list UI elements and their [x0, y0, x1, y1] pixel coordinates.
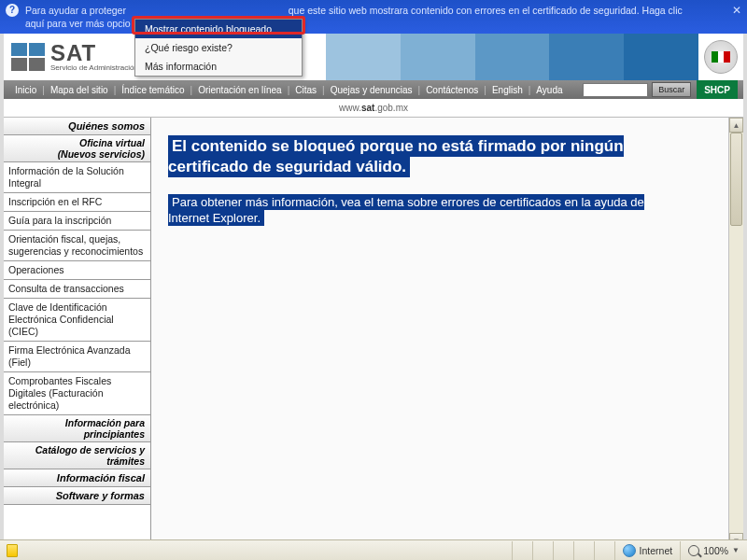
security-zone[interactable]: Internet	[614, 541, 681, 560]
scroll-thumb[interactable]	[730, 133, 742, 226]
nav-english[interactable]: English	[486, 85, 529, 95]
sidebar-item[interactable]: Consulta de transacciones	[4, 280, 150, 299]
nav-orientacion[interactable]: Orientación en línea	[192, 85, 288, 95]
flag-icon	[4, 543, 21, 558]
sidebar-item[interactable]: Operaciones	[4, 261, 150, 280]
blocked-content-body: Para obtener más información, vea el tem…	[168, 194, 644, 226]
sidebar-item[interactable]: Clave de Identificación Electrónica Conf…	[4, 299, 150, 342]
ctx-what-risk[interactable]: ¿Qué riesgo existe?	[135, 38, 302, 57]
nav-quejas[interactable]: Quejas y denuncias	[325, 85, 418, 95]
sidebar-sub-oficina[interactable]: Oficina virtual(Nuevos servicios)	[4, 135, 150, 162]
security-info-bar[interactable]: ? Para ayudar a proteger xxxxxxxxxxxxxxx…	[0, 0, 747, 34]
main-area: Quiénes somos Oficina virtual(Nuevos ser…	[4, 118, 743, 548]
info-text-1a: Para ayudar a proteger	[25, 5, 126, 16]
shcp-tab[interactable]: SHCP	[697, 80, 738, 99]
ctx-show-blocked[interactable]: Mostrar contenido bloqueado	[135, 20, 302, 38]
blocked-content-title: El contenido se bloqueó porque no está f…	[168, 135, 624, 177]
scroll-up-icon[interactable]: ▲	[729, 118, 743, 133]
info-text-1b: que este sitio web mostrara contenido co…	[289, 5, 683, 16]
infobar-context-menu: Mostrar contenido bloqueado ¿Qué riesgo …	[134, 19, 303, 77]
national-emblem	[698, 34, 743, 80]
sidebar-head-quienes[interactable]: Quiénes somos	[4, 118, 150, 135]
search-button[interactable]: Buscar	[652, 82, 691, 97]
sidebar-item[interactable]: Información de la Solución Integral	[4, 162, 150, 193]
header-stripes	[326, 34, 698, 80]
sidebar-item[interactable]: Guía para la inscripción	[4, 212, 150, 231]
sidebar-head-catalogo[interactable]: Catálogo de servicios y trámites	[4, 442, 150, 469]
zoom-value: 100%	[703, 545, 728, 556]
sidebar-item[interactable]: Comprobantes Fiscales Digitales (Factura…	[4, 372, 150, 415]
site-header: SAT Servicio de Administración Tributari…	[4, 34, 743, 80]
sidebar-head-software[interactable]: Software y formas	[4, 487, 150, 505]
ie-status-bar: Internet 100% ▼	[0, 539, 747, 560]
zone-label: Internet	[640, 545, 673, 556]
nav-ayuda[interactable]: Ayuda	[530, 85, 568, 95]
zoom-icon	[688, 545, 699, 556]
globe-icon	[623, 544, 636, 557]
zoom-control[interactable]: 100% ▼	[680, 541, 747, 560]
url-display: www.sat.gob.mx	[4, 99, 743, 118]
chevron-down-icon[interactable]: ▼	[732, 546, 740, 554]
vertical-scrollbar[interactable]: ▲ ▼	[728, 118, 743, 548]
sidebar-item[interactable]: Inscripción en el RFC	[4, 193, 150, 212]
content-pane: El contenido se bloqueó porque no está f…	[151, 118, 743, 548]
close-icon[interactable]: ✕	[732, 4, 741, 17]
main-navbar: Inicio| Mapa del sitio| Índice temático|…	[4, 80, 743, 99]
search-input[interactable]	[583, 83, 648, 97]
sidebar-item[interactable]: Orientación fiscal, quejas, sugerencias …	[4, 231, 150, 261]
nav-contactenos[interactable]: Contáctenos	[420, 85, 484, 95]
sidebar-head-principiantes[interactable]: Información para principiantes	[4, 415, 150, 442]
nav-citas[interactable]: Citas	[289, 85, 322, 95]
info-text-2: aquí para ver más opcio	[25, 18, 131, 29]
ctx-more-info[interactable]: Más información	[135, 57, 302, 76]
nav-inicio[interactable]: Inicio	[9, 85, 42, 95]
info-icon: ?	[6, 4, 19, 17]
sidebar-item[interactable]: Firma Electrónica Avanzada (Fiel)	[4, 342, 150, 372]
nav-mapa[interactable]: Mapa del sitio	[45, 85, 114, 95]
sidebar-head-infofiscal[interactable]: Información fiscal	[4, 469, 150, 487]
left-sidebar: Quiénes somos Oficina virtual(Nuevos ser…	[4, 118, 151, 548]
nav-indice[interactable]: Índice temático	[116, 85, 190, 95]
